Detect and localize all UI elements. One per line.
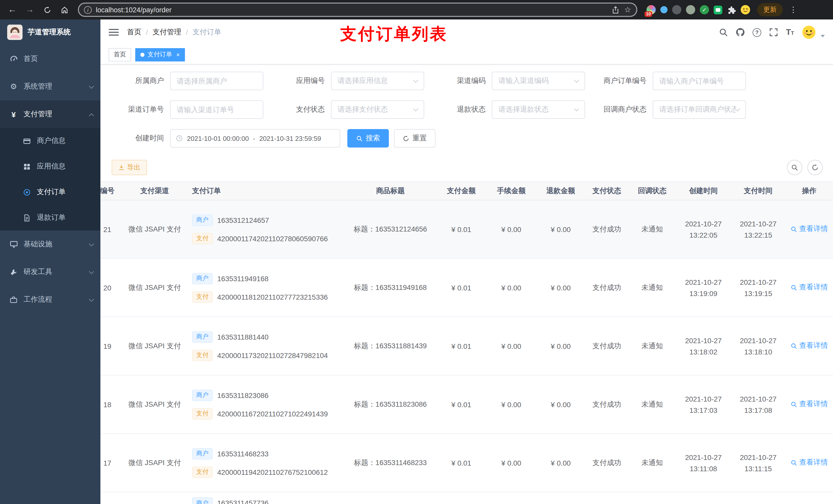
cell-refund (537, 492, 585, 504)
reset-button[interactable]: 重置 (394, 129, 435, 147)
merchant-select[interactable] (170, 72, 263, 90)
extension-icon-colorful[interactable]: 10 (646, 5, 656, 14)
extension-icon-green-check[interactable]: ✓ (700, 5, 709, 14)
refresh-table-button[interactable] (807, 160, 823, 175)
github-icon[interactable] (736, 28, 745, 37)
pay-status-select[interactable]: 请选择支付状态 (331, 100, 424, 119)
merchant-order-no-input[interactable] (653, 72, 746, 90)
chevron-down-icon (89, 241, 94, 246)
cell-title: 标题：1635311881439 (344, 317, 436, 375)
create-date: 2021-10-27 (676, 276, 731, 288)
extension-icon-dark[interactable] (672, 5, 681, 14)
notify-status-select[interactable]: 请选择订单回调商户状态 (653, 100, 746, 119)
create-time: 13:11:08 (676, 463, 731, 474)
bookmark-star-icon[interactable]: ☆ (624, 5, 631, 14)
view-detail-link[interactable]: 查看详情 (790, 283, 828, 292)
browser-reload-button[interactable] (40, 3, 54, 17)
search-icon[interactable] (719, 28, 728, 37)
breadcrumb-pay[interactable]: 支付管理 (153, 28, 181, 37)
cell-channel: 微信 JSAPI 支付 (121, 258, 188, 317)
cell-fee (486, 492, 537, 504)
browser-update-button[interactable]: 更新 (757, 3, 783, 16)
chevron-up-icon (89, 113, 94, 118)
view-detail-link[interactable]: 查看详情 (790, 458, 828, 467)
export-button[interactable]: 导出 (112, 160, 147, 175)
create-time: 13:22:05 (676, 229, 731, 240)
cell-fee: ¥ 0.00 (486, 434, 537, 492)
refund-doc-icon (23, 213, 31, 222)
pay-time: 13:11:15 (731, 463, 785, 474)
channel-order-no-input[interactable] (170, 100, 263, 119)
sidebar-item-dev-tools[interactable]: 研发工具 (0, 258, 100, 286)
user-avatar[interactable] (802, 25, 816, 40)
browser-back-button[interactable]: ← (5, 3, 20, 17)
search-icon (356, 135, 363, 142)
grid-icon (23, 162, 31, 171)
view-detail-link[interactable]: 查看详情 (790, 341, 828, 351)
address-bar[interactable]: i localhost:1024/pay/order ☆ (78, 3, 637, 17)
monitor-icon (9, 240, 18, 249)
merchant-no: 1635311881440 (217, 333, 268, 341)
toggle-search-button[interactable] (787, 160, 802, 175)
app-logo-row[interactable]: 芋道管理系统 (0, 20, 100, 45)
pay-time: 13:18:10 (731, 346, 785, 357)
cell-channel: 微信 JSAPI 支付 (121, 317, 188, 375)
sidebar-item-merchant-info[interactable]: 商户信息 (0, 128, 100, 154)
extension-icon-blue[interactable] (660, 6, 668, 13)
browser-menu-icon[interactable]: ⋮ (787, 5, 799, 14)
pay-no: 4200001181202110277723215336 (217, 293, 328, 301)
avatar-caret-icon[interactable] (821, 34, 825, 37)
pay-date: 2021-10-27 (731, 335, 785, 346)
site-info-icon[interactable]: i (84, 6, 92, 14)
close-icon[interactable]: × (176, 51, 180, 58)
download-icon (118, 164, 124, 171)
date-end[interactable]: 2021-10-31 23:59:59 (259, 135, 321, 142)
cell-amount: ¥ 0.01 (436, 375, 486, 434)
cell-notify: 未通知 (628, 317, 676, 375)
cell-status: 支付成功 (585, 375, 628, 434)
clock-icon (176, 135, 183, 142)
sidebar-item-refund-order[interactable]: 退款订单 (0, 205, 100, 231)
tag-pay-order[interactable]: 支付订单 × (135, 48, 185, 61)
browser-forward-button[interactable]: → (23, 3, 37, 17)
channel-code-select[interactable]: 请输入渠道编码 (492, 72, 585, 90)
url-text[interactable]: localhost:1024/pay/order (96, 6, 607, 14)
tag-home[interactable]: 首页 (109, 48, 131, 61)
cell-channel: 微信 JSAPI 支付 (121, 375, 188, 434)
date-start[interactable]: 2021-10-01 00:00:00 (187, 135, 249, 142)
share-icon[interactable] (612, 6, 619, 14)
extensions-puzzle-icon[interactable] (727, 5, 736, 14)
extension-icon-sage[interactable] (686, 5, 695, 14)
extension-icon-green-square[interactable] (714, 5, 722, 14)
merchant-no: 1635311823086 (217, 391, 268, 399)
browser-home-button[interactable] (57, 3, 72, 17)
gear-icon: ⚙ (9, 82, 18, 91)
sidebar-item-home[interactable]: 首页 (0, 45, 100, 73)
view-detail-link[interactable]: 查看详情 (790, 224, 828, 234)
breadcrumb-home[interactable]: 首页 (127, 28, 141, 37)
sidebar-item-app-info[interactable]: 应用信息 (0, 154, 100, 179)
view-detail-link[interactable]: 查看详情 (790, 400, 828, 409)
pay-tag: 支付 (192, 408, 213, 419)
hamburger-icon[interactable] (109, 27, 119, 38)
sidebar: 芋道管理系统 首页 ⚙ 系统管理 ¥ 支付管理 商户信息 (0, 20, 100, 504)
search-button[interactable]: 搜索 (347, 129, 389, 147)
pay-date: 2021-10-27 (731, 452, 785, 463)
sidebar-item-pay-order[interactable]: 支付订单 (0, 179, 100, 205)
create-time-range-picker[interactable]: 2021-10-01 00:00:00 - 2021-10-31 23:59:5… (170, 129, 340, 147)
fullscreen-icon[interactable] (769, 28, 778, 37)
cell-status: 支付成功 (585, 317, 628, 375)
sidebar-item-workflow[interactable]: 工作流程 (0, 286, 100, 313)
font-size-icon[interactable]: TT (786, 28, 794, 37)
sidebar-item-system[interactable]: ⚙ 系统管理 (0, 73, 100, 100)
dashboard-icon (9, 54, 18, 63)
app-select[interactable]: 请选择应用信息 (331, 72, 424, 90)
browser-profile-avatar[interactable] (740, 5, 751, 15)
create-date: 2021-10-27 (676, 218, 731, 229)
merchant-tag: 商户 (192, 273, 213, 284)
refund-status-select[interactable]: 请选择退款状态 (492, 100, 585, 119)
help-icon[interactable]: ? (753, 28, 761, 37)
sidebar-item-infra[interactable]: 基础设施 (0, 231, 100, 258)
search-icon (790, 226, 797, 233)
sidebar-item-pay[interactable]: ¥ 支付管理 (0, 100, 100, 128)
